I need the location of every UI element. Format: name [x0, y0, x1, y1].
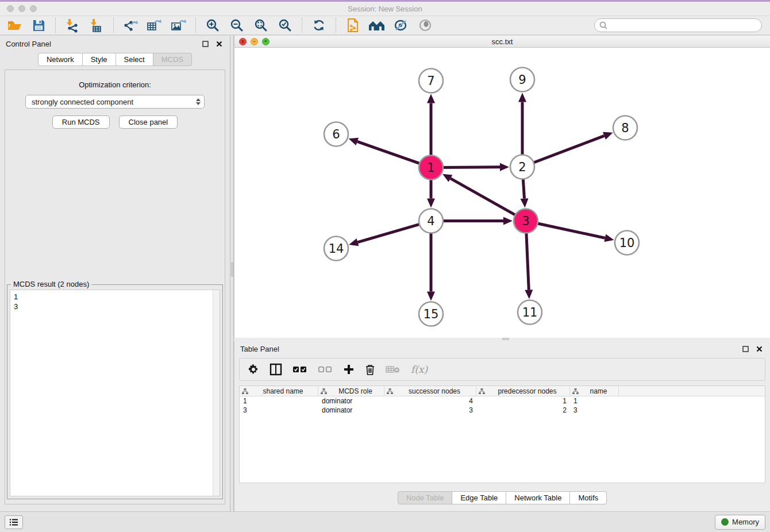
add-column-icon[interactable] [343, 364, 355, 375]
export-image-icon[interactable] [170, 17, 187, 33]
table-row[interactable]: 1dominator411 [240, 396, 765, 406]
float-panel-icon[interactable] [200, 39, 210, 48]
node-table[interactable]: shared nameMCDS rolesuccessor nodesprede… [239, 385, 765, 483]
edge-arrowhead [603, 132, 613, 140]
hide-panel-icon[interactable] [392, 17, 410, 33]
table-cell[interactable]: dominator [318, 406, 384, 414]
graph-edge[interactable] [357, 224, 420, 242]
table-cell[interactable]: 1 [476, 397, 570, 405]
node-label: 7 [427, 74, 434, 88]
open-session-icon[interactable] [6, 17, 23, 33]
zoom-out-icon[interactable] [228, 17, 245, 33]
tab-style[interactable]: Style [83, 53, 116, 66]
table-row[interactable]: 3dominator323 [240, 406, 765, 415]
table-cell[interactable]: 3 [240, 406, 318, 414]
optimization-criterion-label: Optimization criterion: [79, 80, 151, 89]
table-settings-gear-icon[interactable] [248, 364, 259, 375]
memory-button[interactable]: Memory [715, 515, 765, 530]
edge-arrowhead [427, 94, 435, 103]
graph-edge[interactable] [442, 167, 500, 168]
network-close-icon[interactable]: x [239, 38, 247, 45]
splitter-handle[interactable] [231, 262, 233, 277]
attribute-icon [387, 388, 393, 394]
tab-mcds[interactable]: MCDS [153, 53, 192, 66]
network-window: scc.txt x − + 7968124314101511 [234, 36, 770, 338]
tab-network[interactable]: Network [38, 53, 83, 66]
table-cell[interactable]: 1 [570, 397, 619, 405]
mcds-result-group: MCDS result (2 nodes) 1 3 [7, 284, 223, 499]
table-cell[interactable]: 3 [384, 406, 476, 414]
column-header[interactable]: predecessor nodes [476, 386, 570, 396]
apply-layout-icon[interactable] [310, 17, 328, 33]
node-label: 9 [518, 73, 526, 87]
unselect-all-icon[interactable] [318, 365, 333, 373]
toolbar-separator [336, 18, 336, 33]
tab-motifs[interactable]: Motifs [570, 491, 607, 504]
zoom-fit-icon[interactable] [252, 17, 270, 33]
zoom-selected-icon[interactable] [276, 17, 294, 33]
close-panel-button[interactable]: Close panel [119, 115, 178, 129]
column-header[interactable]: MCDS role [318, 386, 384, 396]
table-cell[interactable]: 1 [240, 397, 318, 405]
graph-edge[interactable] [523, 178, 524, 198]
edge-arrowhead [349, 138, 359, 145]
close-table-panel-icon[interactable] [754, 344, 764, 353]
tab-edge-table[interactable]: Edge Table [452, 491, 506, 504]
control-panel-tabs: Network Style Select MCDS [0, 53, 230, 66]
tab-node-table[interactable]: Node Table [398, 491, 453, 504]
network-minimize-icon[interactable]: − [251, 38, 258, 45]
run-mcds-button[interactable]: Run MCDS [52, 115, 110, 129]
horizontal-splitter[interactable] [234, 338, 770, 341]
table-cell[interactable]: 2 [476, 406, 570, 414]
clone-network-icon[interactable] [344, 17, 361, 33]
window-title: Session: New Session [0, 5, 770, 13]
export-network-icon[interactable] [122, 17, 139, 33]
optimization-criterion-select[interactable]: strongly connected component [25, 95, 205, 109]
graph-edge[interactable] [533, 136, 605, 163]
network-title-bar: scc.txt x − + [234, 36, 770, 48]
graph-edge[interactable] [537, 223, 605, 238]
search-field[interactable] [594, 18, 762, 32]
table-cell[interactable]: 4 [384, 397, 476, 405]
graph-edge[interactable] [451, 179, 516, 216]
graph-edge[interactable] [357, 141, 421, 164]
select-all-icon[interactable] [292, 365, 307, 373]
result-scrollbar[interactable] [213, 290, 220, 496]
search-input[interactable] [610, 21, 757, 29]
mcds-result-text[interactable]: 1 3 [10, 290, 213, 496]
table-cell[interactable]: 3 [570, 406, 619, 414]
tab-network-table[interactable]: Network Table [506, 491, 570, 504]
import-network-icon[interactable] [64, 17, 81, 33]
column-header[interactable]: name [570, 386, 619, 396]
table-cell[interactable]: dominator [318, 397, 384, 405]
network-maximize-icon[interactable]: + [262, 38, 270, 45]
column-header[interactable]: shared name [240, 386, 318, 396]
node-label: 8 [621, 121, 629, 135]
control-panel: Control Panel Network Style Select MCDS … [0, 36, 230, 511]
status-bar: Memory [0, 511, 770, 532]
edge-arrowhead [604, 234, 614, 242]
show-columns-icon[interactable] [270, 363, 282, 376]
tab-select[interactable]: Select [116, 53, 153, 66]
network-canvas[interactable]: 7968124314101511 [234, 48, 770, 338]
edge-arrowhead [349, 238, 359, 246]
task-history-button[interactable] [5, 515, 23, 529]
list-icon [9, 518, 18, 526]
vertical-splitter[interactable] [230, 36, 234, 511]
edge-arrowhead [427, 292, 435, 301]
splitter-handle[interactable] [502, 338, 509, 340]
column-header[interactable]: successor nodes [384, 386, 476, 396]
close-panel-icon[interactable] [214, 39, 224, 48]
app-window: Session: New Session [0, 0, 770, 532]
float-table-panel-icon[interactable] [740, 344, 750, 353]
zoom-in-icon[interactable] [204, 17, 221, 33]
graph-edge[interactable] [526, 232, 529, 290]
import-table-icon[interactable] [88, 17, 105, 33]
network-graph[interactable]: 7968124314101511 [234, 48, 770, 338]
save-session-icon[interactable] [30, 17, 47, 33]
home-icon[interactable] [368, 17, 386, 33]
delete-column-icon[interactable] [365, 364, 375, 376]
table-toolbar: f(x) [239, 358, 765, 381]
eye-icon[interactable] [417, 17, 434, 33]
export-table-icon[interactable] [146, 17, 163, 33]
